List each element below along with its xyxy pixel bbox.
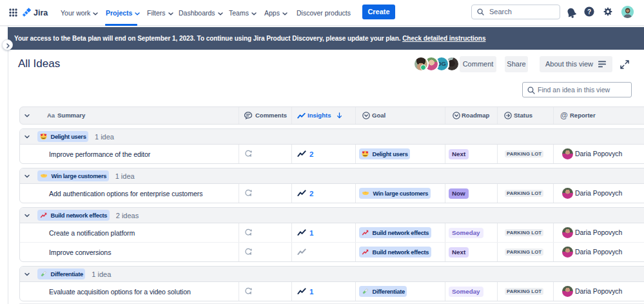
svg-text:?: ? <box>587 8 591 15</box>
